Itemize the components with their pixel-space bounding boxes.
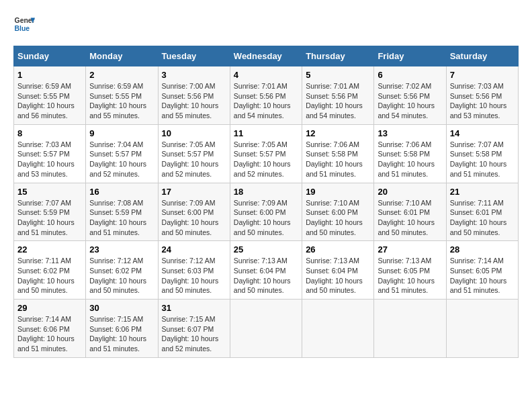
sunrise-value: 7:06 AM [406,140,432,148]
sunrise-value: 7:09 AM [261,199,287,207]
daylight-minutes: and 50 minutes. [162,286,212,294]
sunrise-label: Sunrise: [234,82,261,90]
sunset-value: 6:04 PM [259,267,285,275]
calendar-cell: 14 Sunrise: 7:07 AM Sunset: 5:58 PM Dayl… [446,124,518,183]
daylight-label: Daylight: 10 hours [450,160,507,168]
calendar-cell: 20 Sunrise: 7:10 AM Sunset: 6:01 PM Dayl… [374,183,446,241]
logo: General Blue [13,13,35,35]
sunset-label: Sunset: [378,150,404,158]
calendar-cell: 9 Sunrise: 7:04 AM Sunset: 5:57 PM Dayli… [86,124,158,183]
calendar-table: SundayMondayTuesdayWednesdayThursdayFrid… [13,46,519,358]
daylight-minutes: and 50 minutes. [234,286,284,294]
daylight-label: Daylight: 10 hours [234,101,291,109]
sunrise-label: Sunrise: [17,199,45,207]
calendar-cell: 1 Sunrise: 6:59 AM Sunset: 5:55 PM Dayli… [14,66,86,125]
sunrise-label: Sunrise: [162,140,189,148]
sunrise-label: Sunrise: [89,257,117,265]
sunset-value: 5:56 PM [259,92,285,100]
sunset-label: Sunset: [306,267,332,275]
day-number: 9 [89,128,154,138]
daylight-label: Daylight: 10 hours [17,160,75,168]
day-number: 23 [89,244,154,255]
sunset-value: 5:59 PM [44,208,70,216]
sunrise-value: 7:06 AM [334,140,360,148]
sunset-value: 6:00 PM [259,208,285,216]
daylight-minutes: and 51 minutes. [17,345,68,353]
sunset-label: Sunset: [17,325,44,333]
sunrise-label: Sunrise: [306,140,333,148]
daylight-minutes: and 52 minutes. [89,170,140,178]
sunset-label: Sunset: [378,92,404,100]
sunrise-value: 7:04 AM [118,140,144,148]
daylight-minutes: and 50 minutes. [234,228,284,236]
day-info: Sunrise: 7:08 AM Sunset: 5:59 PM Dayligh… [89,198,154,238]
daylight-minutes: and 51 minutes. [450,286,500,294]
sunrise-value: 7:02 AM [406,82,432,90]
sunrise-value: 7:00 AM [189,82,216,90]
sunrise-label: Sunrise: [450,199,478,207]
day-number: 5 [306,70,370,80]
calendar-week-2: 8 Sunrise: 7:03 AM Sunset: 5:57 PM Dayli… [14,124,519,183]
daylight-label: Daylight: 10 hours [306,277,363,285]
sunset-value: 5:55 PM [44,92,70,100]
calendar-cell: 2 Sunrise: 6:59 AM Sunset: 5:55 PM Dayli… [86,66,158,125]
day-number: 15 [17,187,82,197]
sunset-value: 5:57 PM [187,150,214,158]
day-number: 31 [162,303,226,313]
sunrise-label: Sunrise: [306,199,333,207]
day-info: Sunrise: 6:59 AM Sunset: 5:55 PM Dayligh… [17,81,82,121]
day-info: Sunrise: 7:06 AM Sunset: 5:58 PM Dayligh… [378,140,442,179]
day-info: Sunrise: 7:13 AM Sunset: 6:04 PM Dayligh… [306,256,370,295]
sunset-value: 6:01 PM [404,208,430,216]
day-info: Sunrise: 7:12 AM Sunset: 6:02 PM Dayligh… [89,256,154,295]
logo-icon: General Blue [13,13,35,35]
calendar-cell: 12 Sunrise: 7:06 AM Sunset: 5:58 PM Dayl… [302,124,374,183]
calendar-cell: 15 Sunrise: 7:07 AM Sunset: 5:59 PM Dayl… [14,183,86,241]
daylight-minutes: and 53 minutes. [17,170,68,178]
day-number: 22 [17,244,82,255]
sunset-value: 6:07 PM [187,325,214,333]
daylight-label: Daylight: 10 hours [306,101,363,109]
sunset-value: 6:01 PM [476,208,502,216]
day-number: 24 [162,244,226,255]
svg-text:Blue: Blue [15,25,30,32]
sunrise-value: 7:05 AM [261,140,287,148]
sunset-label: Sunset: [306,92,332,100]
calendar-cell [374,300,446,358]
daylight-minutes: and 51 minutes. [450,170,500,178]
day-number: 11 [234,128,298,138]
calendar-cell: 27 Sunrise: 7:13 AM Sunset: 6:05 PM Dayl… [374,241,446,300]
calendar-cell: 24 Sunrise: 7:12 AM Sunset: 6:03 PM Dayl… [158,241,230,300]
sunrise-label: Sunrise: [378,140,405,148]
day-info: Sunrise: 7:13 AM Sunset: 6:04 PM Dayligh… [234,256,298,295]
day-number: 20 [378,187,442,197]
sunset-label: Sunset: [234,150,260,158]
day-number: 8 [17,128,82,138]
day-number: 12 [306,128,370,138]
sunset-label: Sunset: [89,325,116,333]
day-info: Sunrise: 7:09 AM Sunset: 6:00 PM Dayligh… [162,198,226,238]
daylight-minutes: and 55 minutes. [162,111,212,120]
calendar-cell: 28 Sunrise: 7:14 AM Sunset: 6:05 PM Dayl… [446,241,518,300]
daylight-minutes: and 51 minutes. [378,170,428,178]
day-number: 18 [234,187,298,197]
sunset-label: Sunset: [162,150,188,158]
day-number: 1 [17,70,82,80]
sunrise-label: Sunrise: [234,140,261,148]
sunset-value: 6:05 PM [404,267,430,275]
sunset-value: 5:57 PM [116,150,142,158]
day-info: Sunrise: 7:15 AM Sunset: 6:06 PM Dayligh… [89,314,154,354]
daylight-label: Daylight: 10 hours [162,277,219,285]
col-header-tuesday: Tuesday [158,46,230,66]
day-number: 2 [89,70,154,80]
calendar-cell: 6 Sunrise: 7:02 AM Sunset: 5:56 PM Dayli… [374,66,446,125]
sunset-value: 5:59 PM [116,208,142,216]
day-number: 14 [450,128,515,138]
sunrise-label: Sunrise: [378,82,405,90]
daylight-minutes: and 51 minutes. [89,345,140,353]
sunrise-label: Sunrise: [17,140,45,148]
day-number: 4 [234,70,298,80]
sunset-label: Sunset: [450,92,476,100]
sunset-label: Sunset: [234,92,260,100]
sunrise-label: Sunrise: [17,315,45,323]
